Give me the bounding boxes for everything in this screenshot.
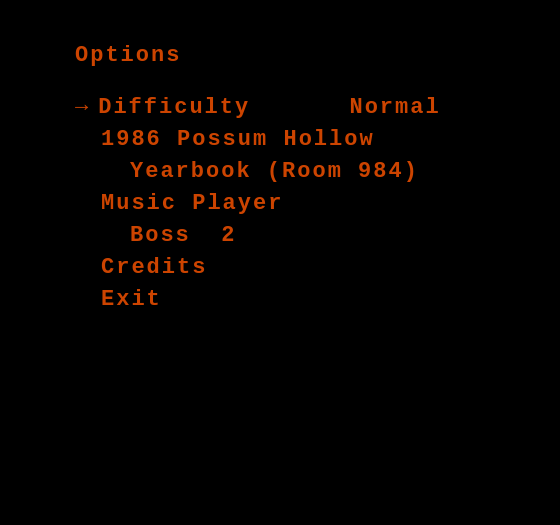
menu-item-possum-hollow[interactable]: 1986 Possum Hollow (101, 129, 441, 151)
selection-arrow: → (75, 97, 90, 119)
menu-item-exit[interactable]: Exit (101, 289, 441, 311)
credits-label: Credits (101, 257, 207, 279)
possum-hollow-label: 1986 Possum Hollow (101, 129, 375, 151)
difficulty-label: Difficulty (98, 97, 250, 119)
menu-item-yearbook[interactable]: Yearbook (Room 984) (130, 161, 441, 183)
yearbook-label: Yearbook (Room 984) (130, 161, 419, 183)
menu-container: Options → Difficulty Normal 1986 Possum … (0, 0, 441, 321)
boss-label: Boss 2 (130, 225, 236, 247)
difficulty-value: Normal (258, 97, 440, 119)
menu-item-music-player[interactable]: Music Player (101, 193, 441, 215)
menu-item-boss[interactable]: Boss 2 (130, 225, 441, 247)
music-player-label: Music Player (101, 193, 283, 215)
menu-item-credits[interactable]: Credits (101, 257, 441, 279)
menu-item-difficulty[interactable]: → Difficulty Normal (75, 97, 441, 119)
exit-label: Exit (101, 289, 162, 311)
menu-title: Options (75, 45, 441, 67)
